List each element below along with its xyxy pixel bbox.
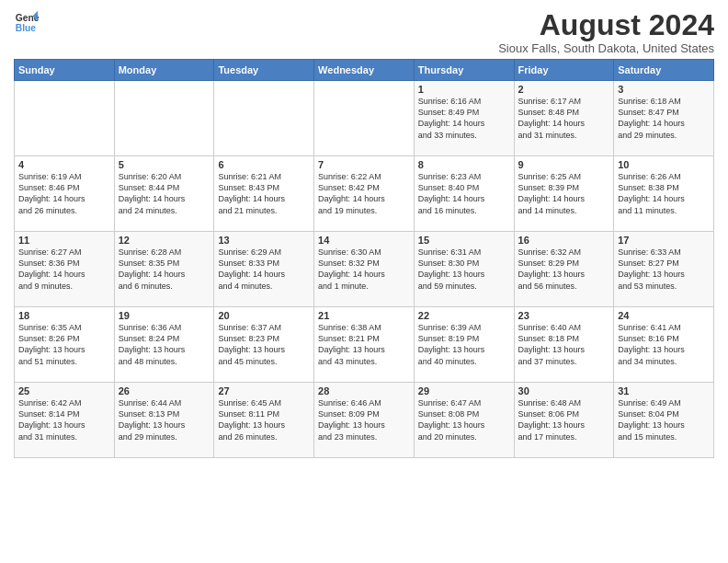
cell-content: Sunrise: 6:21 AM Sunset: 8:43 PM Dayligh…	[218, 171, 310, 216]
calendar-cell: 1Sunrise: 6:16 AM Sunset: 8:49 PM Daylig…	[414, 81, 514, 156]
day-number: 6	[218, 159, 310, 170]
calendar-cell: 19Sunrise: 6:36 AM Sunset: 8:24 PM Dayli…	[114, 307, 214, 383]
col-friday: Friday	[514, 60, 614, 81]
calendar-cell: 17Sunrise: 6:33 AM Sunset: 8:27 PM Dayli…	[614, 232, 714, 307]
cell-content: Sunrise: 6:46 AM Sunset: 8:09 PM Dayligh…	[318, 397, 410, 442]
day-number: 20	[218, 310, 310, 321]
cell-content: Sunrise: 6:47 AM Sunset: 8:08 PM Dayligh…	[418, 397, 510, 442]
calendar-cell: 30Sunrise: 6:48 AM Sunset: 8:06 PM Dayli…	[514, 383, 614, 458]
page-container: General Blue August 2024 Sioux Falls, So…	[0, 0, 728, 463]
day-number: 19	[119, 310, 210, 321]
cell-content: Sunrise: 6:29 AM Sunset: 8:33 PM Dayligh…	[218, 247, 310, 292]
calendar-cell: 29Sunrise: 6:47 AM Sunset: 8:08 PM Dayli…	[414, 383, 514, 458]
cell-content: Sunrise: 6:26 AM Sunset: 8:38 PM Dayligh…	[618, 171, 710, 216]
cell-content: Sunrise: 6:35 AM Sunset: 8:26 PM Dayligh…	[18, 322, 110, 367]
calendar-cell: 13Sunrise: 6:29 AM Sunset: 8:33 PM Dayli…	[214, 232, 314, 307]
calendar-cell: 10Sunrise: 6:26 AM Sunset: 8:38 PM Dayli…	[614, 156, 714, 232]
calendar-cell: 9Sunrise: 6:25 AM Sunset: 8:39 PM Daylig…	[514, 156, 614, 232]
day-number: 21	[318, 310, 410, 321]
calendar-header-row: Sunday Monday Tuesday Wednesday Thursday…	[15, 60, 714, 81]
cell-content: Sunrise: 6:48 AM Sunset: 8:06 PM Dayligh…	[518, 397, 610, 442]
day-number: 2	[518, 84, 610, 95]
calendar-cell: 8Sunrise: 6:23 AM Sunset: 8:40 PM Daylig…	[414, 156, 514, 232]
subtitle: Sioux Falls, South Dakota, United States	[498, 41, 714, 55]
day-number: 28	[318, 385, 410, 396]
calendar-cell: 12Sunrise: 6:28 AM Sunset: 8:35 PM Dayli…	[114, 232, 214, 307]
day-number: 22	[418, 310, 510, 321]
col-sunday: Sunday	[15, 60, 115, 81]
calendar-cell	[114, 81, 214, 156]
day-number: 27	[218, 385, 310, 396]
logo-icon: General Blue	[14, 9, 40, 35]
calendar-cell: 24Sunrise: 6:41 AM Sunset: 8:16 PM Dayli…	[614, 307, 714, 383]
logo: General Blue	[14, 9, 40, 35]
day-number: 7	[318, 159, 410, 170]
calendar-cell: 11Sunrise: 6:27 AM Sunset: 8:36 PM Dayli…	[15, 232, 115, 307]
day-number: 18	[18, 310, 110, 321]
cell-content: Sunrise: 6:30 AM Sunset: 8:32 PM Dayligh…	[318, 247, 410, 292]
cell-content: Sunrise: 6:27 AM Sunset: 8:36 PM Dayligh…	[18, 247, 110, 292]
day-number: 29	[418, 385, 510, 396]
cell-content: Sunrise: 6:23 AM Sunset: 8:40 PM Dayligh…	[418, 171, 510, 216]
day-number: 16	[518, 235, 610, 246]
cell-content: Sunrise: 6:19 AM Sunset: 8:46 PM Dayligh…	[18, 171, 110, 216]
day-number: 5	[119, 159, 210, 170]
calendar-table: Sunday Monday Tuesday Wednesday Thursday…	[14, 59, 714, 458]
calendar-cell: 27Sunrise: 6:45 AM Sunset: 8:11 PM Dayli…	[214, 383, 314, 458]
calendar-week-row: 25Sunrise: 6:42 AM Sunset: 8:14 PM Dayli…	[15, 383, 714, 458]
day-number: 25	[18, 385, 110, 396]
calendar-cell: 23Sunrise: 6:40 AM Sunset: 8:18 PM Dayli…	[514, 307, 614, 383]
svg-text:Blue: Blue	[16, 23, 37, 33]
cell-content: Sunrise: 6:36 AM Sunset: 8:24 PM Dayligh…	[119, 322, 210, 367]
calendar-cell: 5Sunrise: 6:20 AM Sunset: 8:44 PM Daylig…	[114, 156, 214, 232]
day-number: 12	[119, 235, 210, 246]
cell-content: Sunrise: 6:17 AM Sunset: 8:48 PM Dayligh…	[518, 96, 610, 141]
day-number: 11	[18, 235, 110, 246]
col-tuesday: Tuesday	[214, 60, 314, 81]
day-number: 26	[119, 385, 210, 396]
calendar-week-row: 18Sunrise: 6:35 AM Sunset: 8:26 PM Dayli…	[15, 307, 714, 383]
day-number: 30	[518, 385, 610, 396]
calendar-cell: 18Sunrise: 6:35 AM Sunset: 8:26 PM Dayli…	[15, 307, 115, 383]
cell-content: Sunrise: 6:45 AM Sunset: 8:11 PM Dayligh…	[218, 397, 310, 442]
calendar-cell	[314, 81, 415, 156]
calendar-week-row: 11Sunrise: 6:27 AM Sunset: 8:36 PM Dayli…	[15, 232, 714, 307]
cell-content: Sunrise: 6:42 AM Sunset: 8:14 PM Dayligh…	[18, 397, 110, 442]
col-wednesday: Wednesday	[314, 60, 415, 81]
cell-content: Sunrise: 6:44 AM Sunset: 8:13 PM Dayligh…	[119, 397, 210, 442]
header: General Blue August 2024 Sioux Falls, So…	[14, 9, 714, 55]
calendar-cell: 2Sunrise: 6:17 AM Sunset: 8:48 PM Daylig…	[514, 81, 614, 156]
calendar-cell: 25Sunrise: 6:42 AM Sunset: 8:14 PM Dayli…	[15, 383, 115, 458]
calendar-week-row: 4Sunrise: 6:19 AM Sunset: 8:46 PM Daylig…	[15, 156, 714, 232]
calendar-cell: 16Sunrise: 6:32 AM Sunset: 8:29 PM Dayli…	[514, 232, 614, 307]
cell-content: Sunrise: 6:49 AM Sunset: 8:04 PM Dayligh…	[618, 397, 710, 442]
col-thursday: Thursday	[414, 60, 514, 81]
calendar-cell: 31Sunrise: 6:49 AM Sunset: 8:04 PM Dayli…	[614, 383, 714, 458]
day-number: 10	[618, 159, 710, 170]
calendar-cell: 14Sunrise: 6:30 AM Sunset: 8:32 PM Dayli…	[314, 232, 415, 307]
day-number: 4	[18, 159, 110, 170]
calendar-cell	[15, 81, 115, 156]
calendar-cell: 20Sunrise: 6:37 AM Sunset: 8:23 PM Dayli…	[214, 307, 314, 383]
title-block: August 2024 Sioux Falls, South Dakota, U…	[498, 9, 714, 55]
col-saturday: Saturday	[614, 60, 714, 81]
day-number: 17	[618, 235, 710, 246]
cell-content: Sunrise: 6:33 AM Sunset: 8:27 PM Dayligh…	[618, 247, 710, 292]
cell-content: Sunrise: 6:39 AM Sunset: 8:19 PM Dayligh…	[418, 322, 510, 367]
calendar-cell: 22Sunrise: 6:39 AM Sunset: 8:19 PM Dayli…	[414, 307, 514, 383]
cell-content: Sunrise: 6:37 AM Sunset: 8:23 PM Dayligh…	[218, 322, 310, 367]
day-number: 23	[518, 310, 610, 321]
month-title: August 2024	[498, 9, 714, 41]
calendar-cell: 26Sunrise: 6:44 AM Sunset: 8:13 PM Dayli…	[114, 383, 214, 458]
day-number: 31	[618, 385, 710, 396]
cell-content: Sunrise: 6:28 AM Sunset: 8:35 PM Dayligh…	[119, 247, 210, 292]
calendar-cell: 21Sunrise: 6:38 AM Sunset: 8:21 PM Dayli…	[314, 307, 415, 383]
calendar-cell: 4Sunrise: 6:19 AM Sunset: 8:46 PM Daylig…	[15, 156, 115, 232]
day-number: 1	[418, 84, 510, 95]
calendar-cell	[214, 81, 314, 156]
day-number: 3	[618, 84, 710, 95]
calendar-cell: 15Sunrise: 6:31 AM Sunset: 8:30 PM Dayli…	[414, 232, 514, 307]
cell-content: Sunrise: 6:32 AM Sunset: 8:29 PM Dayligh…	[518, 247, 610, 292]
col-monday: Monday	[114, 60, 214, 81]
day-number: 8	[418, 159, 510, 170]
